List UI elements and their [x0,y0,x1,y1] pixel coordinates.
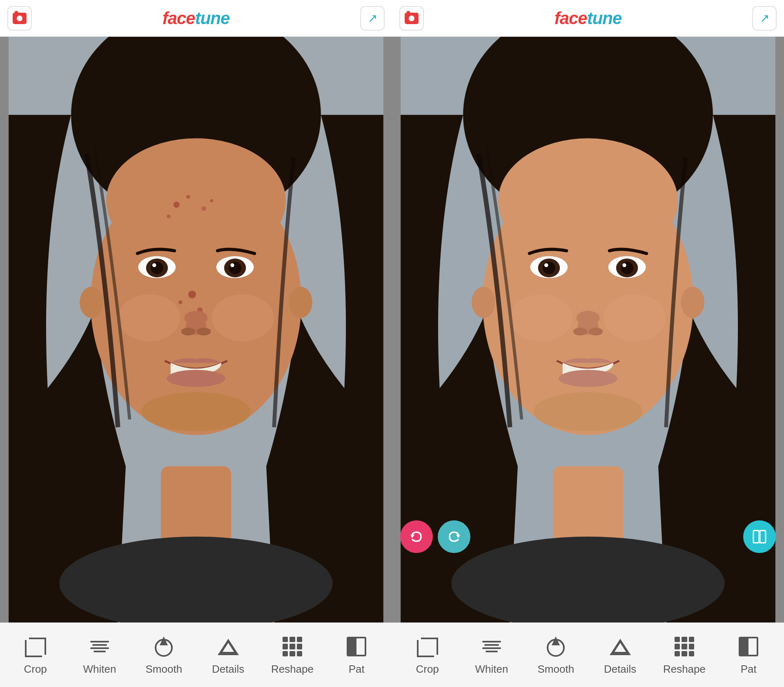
svg-point-29 [80,287,103,318]
crop-icon-after [415,634,440,659]
compare-button[interactable] [743,520,776,553]
details-icon-before [216,634,241,659]
svg-point-12 [167,214,171,219]
svg-point-41 [543,262,555,274]
svg-point-26 [197,328,211,335]
before-panel: facetune ↗︎ [0,0,392,687]
svg-point-7 [212,294,274,341]
reshape-label-after: Reshape [663,663,706,676]
svg-point-48 [573,328,587,335]
share-button-before[interactable]: ↗︎ [360,6,385,31]
tool-crop-before[interactable]: Crop [11,634,60,676]
toolbar-before: Crop Whiten Smooth [0,622,392,687]
svg-point-27 [167,370,225,387]
patch-icon-before [344,634,369,659]
svg-rect-57 [760,531,766,543]
svg-rect-56 [753,531,759,543]
patch-icon-after [736,634,761,659]
camera-icon-before [13,13,27,24]
tool-smooth-before[interactable]: Smooth [139,634,188,676]
logo-tune-before: tune [195,9,230,28]
svg-point-51 [533,392,643,431]
logo-tune-after: tune [587,9,622,28]
whiten-icon-after [479,634,504,659]
svg-point-36 [498,138,678,263]
tool-reshape-before[interactable]: Reshape [268,634,317,676]
svg-point-38 [604,294,666,341]
svg-point-15 [178,300,183,304]
whiten-label-before: Whiten [83,663,116,676]
smooth-icon-before [151,634,176,659]
share-button-after[interactable]: ↗︎ [752,6,777,31]
tool-patch-after[interactable]: Pat [724,634,773,676]
before-photo [0,37,392,622]
share-icon-before: ↗︎ [368,11,377,25]
svg-point-9 [186,195,190,199]
smooth-label-before: Smooth [146,663,183,676]
svg-point-42 [544,263,548,267]
undo-button[interactable] [400,520,433,553]
svg-marker-55 [456,535,460,538]
whiten-label-after: Whiten [475,663,508,676]
smooth-label-after: Smooth [538,663,575,676]
fab-container [392,520,784,553]
logo-after: facetune [555,9,622,28]
svg-point-25 [181,328,195,335]
header-after: facetune ↗︎ [392,0,784,37]
svg-point-6 [118,294,180,341]
reshape-label-before: Reshape [271,663,314,676]
logo-before: facetune [163,9,230,28]
photo-area-after [392,37,784,622]
camera-button-after[interactable] [399,6,424,31]
svg-point-37 [510,294,572,341]
svg-marker-54 [410,535,414,538]
patch-label-before: Pat [349,663,365,676]
tool-details-before[interactable]: Details [204,634,253,676]
reshape-icon-after [672,634,697,659]
patch-label-after: Pat [741,663,757,676]
svg-point-18 [151,262,163,274]
reshape-icon-before [280,634,305,659]
tool-smooth-after[interactable]: Smooth [531,634,580,676]
details-label-before: Details [212,663,244,676]
crop-icon-before [23,634,48,659]
logo-face-after: face [555,9,587,28]
svg-point-52 [472,287,495,318]
svg-rect-2 [161,466,231,544]
details-label-after: Details [604,663,636,676]
details-icon-after [608,634,633,659]
photo-area-before [0,37,392,622]
whiten-icon-before [87,634,112,659]
tool-details-after[interactable]: Details [596,634,645,676]
svg-point-50 [559,370,617,387]
crop-label-before: Crop [24,663,47,676]
svg-point-19 [152,263,156,267]
smooth-icon-after [543,634,568,659]
svg-point-13 [188,290,196,298]
svg-point-30 [289,287,312,318]
svg-point-5 [106,138,286,263]
toolbar-after: Crop Whiten Smooth [392,622,784,687]
svg-point-10 [201,206,206,211]
tool-whiten-after[interactable]: Whiten [467,634,516,676]
camera-icon-after [405,13,419,24]
crop-label-after: Crop [416,663,439,676]
svg-point-23 [230,263,234,267]
camera-button-before[interactable] [7,6,32,31]
svg-point-49 [589,328,603,335]
svg-point-53 [681,287,704,318]
logo-face-before: face [163,9,195,28]
tool-patch-before[interactable]: Pat [332,634,381,676]
svg-point-46 [622,263,626,267]
svg-point-45 [621,262,633,274]
after-panel: facetune ↗︎ [392,0,784,687]
svg-point-8 [174,201,180,207]
svg-point-11 [210,199,213,203]
tool-whiten-before[interactable]: Whiten [75,634,124,676]
tool-crop-after[interactable]: Crop [403,634,452,676]
share-icon-after: ↗︎ [760,11,769,25]
tool-reshape-after[interactable]: Reshape [660,634,709,676]
redo-button[interactable] [438,520,470,553]
svg-point-22 [229,262,241,274]
svg-point-28 [141,392,251,431]
